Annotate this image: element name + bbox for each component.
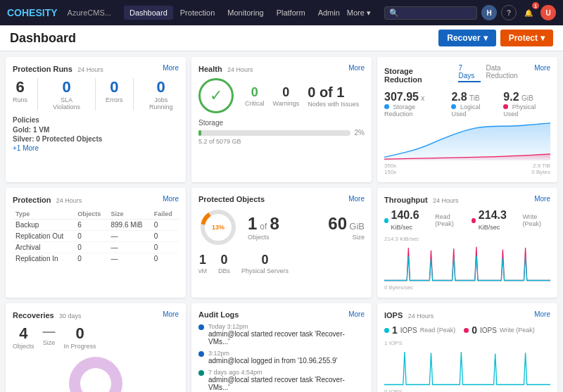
nav-search-box[interactable]: 🔍 xyxy=(384,6,477,20)
recover-button[interactable]: Recover ▾ xyxy=(438,30,495,46)
chart-y-labels: 350x 2.9 TiB xyxy=(384,163,550,169)
audit-logs-card: Audit Logs More Today 3:12pm admin@local… xyxy=(191,303,372,392)
ps-label: Physical Servers xyxy=(241,267,289,274)
count-section: 1 of 8 Objects xyxy=(248,214,279,241)
nav-more[interactable]: More ▾ xyxy=(347,6,371,20)
iops-read-value: 1 xyxy=(392,324,398,336)
silver-policy: Silver: 0 Protected Objects xyxy=(13,135,179,143)
failed-cell: 0 xyxy=(151,253,179,265)
po-icons: 1 vM 0 DBs 0 Physical Servers xyxy=(198,253,365,274)
sr-tab-data-reduction[interactable]: Data Reduction xyxy=(486,64,535,82)
write-unit: KiB/sec xyxy=(479,224,500,231)
progress-stat: 0 In Progress xyxy=(64,324,96,350)
objects-cell: 0 xyxy=(75,231,108,242)
read-unit: KiB/sec xyxy=(391,224,413,231)
object-count: 1 xyxy=(248,214,257,234)
size-cell: — xyxy=(108,242,151,253)
audit-dot xyxy=(198,324,204,330)
recoveries-subtitle: 30 days xyxy=(59,312,82,320)
throughput-card: Throughput 24 Hours More 140.6 KiB/sec R… xyxy=(377,188,557,298)
runs-label: Runs xyxy=(13,96,27,103)
protect-label: Protect xyxy=(509,33,538,43)
protection-runs-card: Protection Runs 24 Hours More 6 Runs 0 S… xyxy=(6,57,186,182)
throughput-more[interactable]: More xyxy=(534,195,550,203)
audit-logs-more[interactable]: More xyxy=(348,310,365,318)
health-header: Health 24 Hours More xyxy=(198,64,365,74)
object-total: 8 xyxy=(270,214,279,234)
storage-reduction-more[interactable]: More xyxy=(534,64,550,72)
protection-runs-subtitle: 24 Hours xyxy=(77,66,103,73)
failed-cell: 0 xyxy=(151,242,179,253)
storage-bar-row: 2% xyxy=(198,129,365,137)
reduction-value: 307.95 xyxy=(384,91,419,103)
nav-admin[interactable]: Admin xyxy=(312,6,346,20)
rec-size-label: Size xyxy=(43,339,56,346)
protection-runs-more[interactable]: More xyxy=(163,64,179,72)
physical-label: Physical Used xyxy=(503,103,536,118)
nav-monitoring[interactable]: Monitoring xyxy=(222,6,269,20)
read-dot xyxy=(384,218,388,223)
physical-stat: 9.2 GiB Physical Used xyxy=(503,91,550,118)
write-dot xyxy=(472,218,476,223)
gold-value: 1 VM xyxy=(33,126,49,134)
critical-value: 0 xyxy=(245,85,265,100)
objects-stat: 4 Objects xyxy=(13,324,34,350)
protect-button[interactable]: Protect ▾ xyxy=(500,30,553,46)
iops-more[interactable]: More xyxy=(534,310,550,318)
errors-label: Errors xyxy=(106,96,123,103)
size-cell: 899.6 MiB xyxy=(108,220,151,231)
app-logo[interactable]: COHESITY xyxy=(7,7,58,18)
objects-cell: 0 xyxy=(75,253,108,265)
question-icon[interactable]: ? xyxy=(501,5,517,20)
throughput-chart: 214.3 KiB/sec 0 Bytes/sec xyxy=(384,236,550,291)
gold-policy: Gold: 1 VM xyxy=(13,126,179,134)
iops-write-label: Write (Peak) xyxy=(500,327,535,334)
sr-tab-7days[interactable]: 7 Days xyxy=(458,64,480,82)
storage-section: Storage 2% 5.2 of 5079 GB xyxy=(198,119,365,145)
protected-objects-card: Protected Objects More 13% 1 of 8 Object… xyxy=(191,188,372,298)
col-objects: Objects xyxy=(75,209,108,220)
sla-value: 0 xyxy=(48,78,85,96)
storage-reduction-header: Storage Reduction 7 Days Data Reduction … xyxy=(384,64,550,87)
audit-item: Today 3:12pm admin@local started recover… xyxy=(198,323,365,346)
logical-stat: 2.8 TiB Logical Used xyxy=(451,91,495,118)
user-avatar[interactable]: U xyxy=(540,5,556,20)
recoveries-more[interactable]: More xyxy=(163,310,179,318)
rec-size-value: — xyxy=(43,324,56,339)
errors-value: 0 xyxy=(106,78,123,96)
vm-count: 1 xyxy=(198,253,207,267)
nav-protection[interactable]: Protection xyxy=(175,6,221,20)
size-section: 60 GiB Size xyxy=(328,214,365,241)
type-cell: Archival xyxy=(13,242,75,253)
critical-label: Critical xyxy=(245,100,265,107)
protection-header: Protection 24 Hours More xyxy=(13,195,179,205)
policies-more-link[interactable]: +1 More xyxy=(13,144,179,152)
iops-card: IOPS 24 Hours More 1 IOPS Read (Peak) 0 … xyxy=(377,303,557,392)
storage-reduction-numbers: 307.95 x Storage Reduction 2.8 TiB Logic… xyxy=(384,91,550,118)
rec-objects-value: 4 xyxy=(13,324,34,343)
protected-objects-more[interactable]: More xyxy=(348,195,365,203)
table-row: Archival 0 — 0 xyxy=(13,242,179,253)
divider xyxy=(37,78,38,110)
notification-bell-icon[interactable]: 🔔 1 xyxy=(521,5,536,20)
dashboard-grid: Protection Runs 24 Hours More 6 Runs 0 S… xyxy=(0,51,563,392)
protection-more[interactable]: More xyxy=(163,195,179,203)
nav-dashboard[interactable]: Dashboard xyxy=(124,6,173,20)
physical-unit: GiB xyxy=(521,94,533,102)
search-input[interactable] xyxy=(402,8,472,17)
table-row: Replication Out 0 — 0 xyxy=(13,231,179,242)
divider2 xyxy=(95,78,96,110)
help-icon[interactable]: H xyxy=(481,5,497,20)
nodes-value: 0 of 1 xyxy=(308,84,359,101)
ps-count: 0 xyxy=(241,253,289,267)
policies-section: Policies Gold: 1 VM Silver: 0 Protected … xyxy=(13,116,179,152)
type-cell: Replication In xyxy=(13,253,75,265)
health-more[interactable]: More xyxy=(348,64,365,72)
audit-item: 7 days ago 4:54pm admin@local started re… xyxy=(198,369,365,391)
nav-platform[interactable]: Platform xyxy=(271,6,311,20)
sla-violations-stat: 0 SLA Violations xyxy=(48,78,85,110)
storage-title: Storage xyxy=(198,119,365,127)
divider3 xyxy=(133,78,134,110)
errors-stat: 0 Errors xyxy=(106,78,123,110)
recoveries-pie: 4 VMs xyxy=(13,355,179,392)
